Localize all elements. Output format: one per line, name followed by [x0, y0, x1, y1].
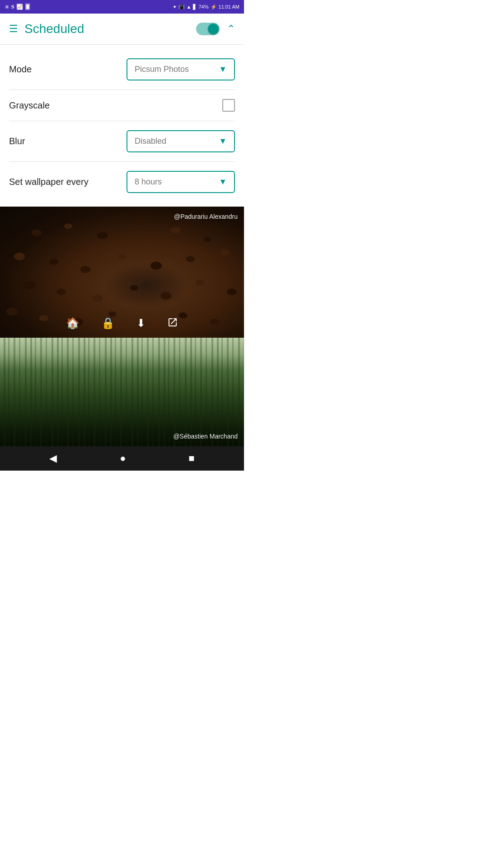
mode-dropdown[interactable]: Picsum Photos ▼: [127, 58, 235, 80]
toggle-track: [196, 23, 220, 35]
blur-row: Blur Disabled ▼: [9, 121, 235, 161]
image-action-buttons: 🏠 🔒 ⬇: [0, 317, 244, 330]
mode-dropdown-arrow: ▼: [219, 65, 227, 74]
navigation-bar: ◀ ● ■: [0, 446, 244, 471]
vibrate-icon: 📳: [178, 4, 185, 10]
wallpaper-dropdown-arrow: ▼: [219, 177, 227, 187]
forest-image-card: @Sébastien Marchand: [0, 338, 244, 446]
blur-dropdown-arrow: ▼: [219, 137, 227, 146]
recents-button[interactable]: ■: [188, 453, 194, 464]
wallpaper-label: Set wallpaper every: [9, 177, 89, 187]
home-button[interactable]: ●: [120, 453, 126, 464]
toggle-thumb: [208, 24, 219, 34]
wallpaper-dropdown[interactable]: 8 hours ▼: [127, 171, 235, 193]
coffee-image: @Padurariu Alexandru 🏠 🔒 ⬇: [0, 207, 244, 338]
status-bar: ✳ 𝐒 📈 🂠 ✦ 📳 ▲ ▋ 74% ⚡ 11:01 AM: [0, 0, 244, 14]
header-left: ☰ Scheduled: [9, 22, 84, 36]
forest-image: @Sébastien Marchand: [0, 338, 244, 446]
settings-content: Mode Picsum Photos ▼ Grayscale Blur Disa…: [0, 45, 244, 207]
chart-icon: 📈: [16, 4, 23, 10]
status-icons-left: ✳ 𝐒 📈 🂠: [5, 4, 30, 10]
download-button[interactable]: ⬇: [136, 317, 145, 330]
status-icons-right: ✦ 📳 ▲ ▋ 74% ⚡ 11:01 AM: [173, 4, 239, 10]
battery-text: 74%: [198, 4, 208, 9]
s-app-icon: 𝐒: [11, 4, 14, 10]
wallpaper-row: Set wallpaper every 8 hours ▼: [9, 162, 235, 202]
chevron-up-icon[interactable]: ⌃: [227, 23, 235, 35]
card-icon: 🂠: [25, 4, 30, 10]
mode-value: Picsum Photos: [135, 65, 189, 74]
grayscale-checkbox[interactable]: [222, 99, 235, 112]
blur-label: Blur: [9, 136, 25, 146]
charging-icon: ⚡: [211, 4, 217, 10]
forest-attribution: @Sébastien Marchand: [173, 433, 238, 440]
signal-icon: ▋: [193, 4, 197, 10]
grayscale-row: Grayscale: [9, 90, 235, 121]
grayscale-label: Grayscale: [9, 100, 50, 111]
wallpaper-value: 8 hours: [135, 177, 162, 187]
menu-icon[interactable]: ☰: [9, 23, 18, 35]
pinwheel-icon: ✳: [5, 4, 9, 10]
wifi-icon: ▲: [187, 4, 192, 9]
mode-label: Mode: [9, 64, 32, 75]
app-header: ☰ Scheduled ⌃: [0, 14, 244, 44]
coffee-attribution: @Padurariu Alexandru: [174, 213, 238, 220]
time-display: 11:01 AM: [219, 4, 239, 9]
set-lock-wallpaper-button[interactable]: 🔒: [101, 317, 115, 330]
page-title: Scheduled: [24, 22, 84, 36]
mode-row: Mode Picsum Photos ▼: [9, 49, 235, 90]
set-home-wallpaper-button[interactable]: 🏠: [66, 317, 80, 330]
header-right: ⌃: [196, 23, 235, 35]
blur-value: Disabled: [135, 137, 166, 146]
bluetooth-icon: ✦: [173, 4, 177, 10]
blur-dropdown[interactable]: Disabled ▼: [127, 130, 235, 152]
scheduled-toggle[interactable]: [196, 23, 220, 35]
coffee-image-card: @Padurariu Alexandru 🏠 🔒 ⬇: [0, 207, 244, 338]
back-button[interactable]: ◀: [49, 453, 57, 464]
open-external-button[interactable]: [167, 317, 178, 330]
